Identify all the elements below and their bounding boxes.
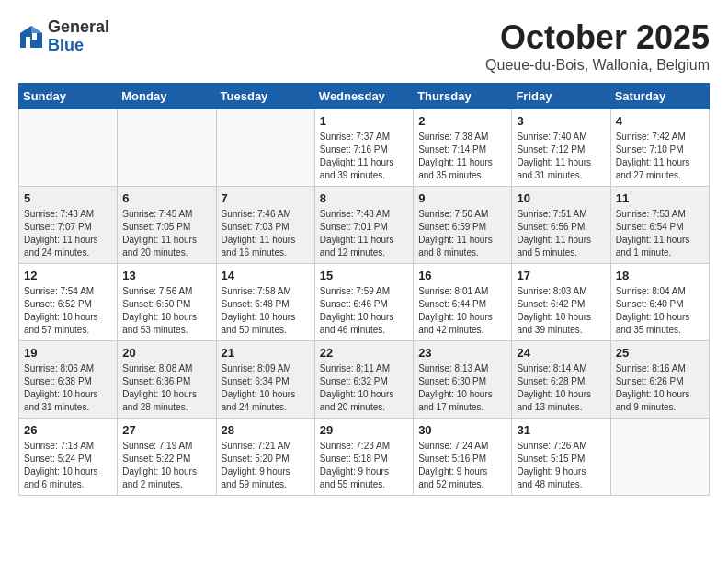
calendar-day-cell: 22Sunrise: 8:11 AM Sunset: 6:32 PM Dayli… [314, 341, 413, 419]
weekday-header: Monday [118, 84, 216, 109]
calendar-week-row: 19Sunrise: 8:06 AM Sunset: 6:38 PM Dayli… [19, 341, 710, 419]
day-info: Sunrise: 7:46 AM Sunset: 7:03 PM Dayligh… [222, 208, 310, 259]
calendar-day-cell [610, 419, 709, 496]
day-info: Sunrise: 8:08 AM Sunset: 6:36 PM Dayligh… [122, 362, 210, 414]
day-number: 22 [320, 346, 408, 360]
weekday-header: Wednesday [314, 84, 413, 109]
day-info: Sunrise: 7:19 AM Sunset: 5:22 PM Dayligh… [122, 440, 210, 491]
day-number: 19 [24, 346, 112, 360]
calendar-day-cell: 14Sunrise: 7:58 AM Sunset: 6:48 PM Dayli… [216, 264, 314, 341]
day-number: 31 [517, 423, 605, 437]
calendar-week-row: 26Sunrise: 7:18 AM Sunset: 5:24 PM Dayli… [19, 419, 710, 496]
calendar-day-cell: 16Sunrise: 8:01 AM Sunset: 6:44 PM Dayli… [414, 264, 512, 341]
weekday-header: Thursday [414, 84, 512, 109]
weekday-header: Saturday [610, 84, 709, 109]
calendar-day-cell: 2Sunrise: 7:38 AM Sunset: 7:14 PM Daylig… [414, 109, 512, 187]
day-number: 25 [616, 346, 704, 360]
location-title: Queue-du-Bois, Wallonia, Belgium [485, 57, 710, 74]
day-info: Sunrise: 7:24 AM Sunset: 5:16 PM Dayligh… [418, 440, 506, 491]
calendar-day-cell: 12Sunrise: 7:54 AM Sunset: 6:52 PM Dayli… [19, 264, 118, 341]
day-number: 13 [122, 269, 210, 282]
day-info: Sunrise: 8:04 AM Sunset: 6:40 PM Dayligh… [616, 285, 704, 337]
day-number: 5 [24, 191, 112, 205]
calendar-day-cell: 9Sunrise: 7:50 AM Sunset: 6:59 PM Daylig… [414, 187, 512, 264]
svg-marker-1 [31, 26, 42, 33]
day-number: 2 [418, 114, 506, 128]
calendar-day-cell: 4Sunrise: 7:42 AM Sunset: 7:10 PM Daylig… [610, 109, 709, 187]
day-info: Sunrise: 7:45 AM Sunset: 7:05 PM Dayligh… [122, 208, 210, 259]
calendar-header-row: SundayMondayTuesdayWednesdayThursdayFrid… [19, 84, 710, 109]
calendar-day-cell: 26Sunrise: 7:18 AM Sunset: 5:24 PM Dayli… [19, 419, 118, 496]
day-info: Sunrise: 8:14 AM Sunset: 6:28 PM Dayligh… [517, 362, 605, 414]
day-info: Sunrise: 7:21 AM Sunset: 5:20 PM Dayligh… [222, 440, 310, 491]
day-number: 9 [418, 191, 506, 205]
weekday-header: Tuesday [216, 84, 314, 109]
day-info: Sunrise: 7:38 AM Sunset: 7:14 PM Dayligh… [418, 131, 506, 182]
day-info: Sunrise: 7:26 AM Sunset: 5:15 PM Dayligh… [517, 440, 605, 491]
day-number: 1 [320, 114, 408, 128]
calendar-day-cell: 25Sunrise: 8:16 AM Sunset: 6:26 PM Dayli… [610, 341, 709, 419]
day-info: Sunrise: 7:51 AM Sunset: 6:56 PM Dayligh… [517, 208, 605, 259]
calendar-day-cell: 1Sunrise: 7:37 AM Sunset: 7:16 PM Daylig… [314, 109, 413, 187]
day-number: 8 [320, 191, 408, 205]
svg-rect-2 [26, 37, 30, 48]
day-number: 3 [517, 114, 605, 128]
calendar-day-cell: 20Sunrise: 8:08 AM Sunset: 6:36 PM Dayli… [118, 341, 216, 419]
calendar-day-cell: 11Sunrise: 7:53 AM Sunset: 6:54 PM Dayli… [610, 187, 709, 264]
day-number: 30 [418, 423, 506, 437]
day-number: 21 [222, 346, 310, 360]
logo-blue-text: Blue [48, 36, 84, 54]
day-info: Sunrise: 8:01 AM Sunset: 6:44 PM Dayligh… [418, 285, 506, 337]
logo-general-text: General [48, 17, 109, 36]
day-number: 18 [616, 269, 704, 282]
calendar-day-cell: 3Sunrise: 7:40 AM Sunset: 7:12 PM Daylig… [512, 109, 610, 187]
calendar-day-cell: 8Sunrise: 7:48 AM Sunset: 7:01 PM Daylig… [314, 187, 413, 264]
day-info: Sunrise: 7:43 AM Sunset: 7:07 PM Dayligh… [24, 208, 112, 259]
day-info: Sunrise: 8:03 AM Sunset: 6:42 PM Dayligh… [517, 285, 605, 337]
day-number: 16 [418, 269, 506, 282]
weekday-header: Sunday [19, 84, 118, 109]
day-info: Sunrise: 8:13 AM Sunset: 6:30 PM Dayligh… [418, 362, 506, 414]
calendar-day-cell: 29Sunrise: 7:23 AM Sunset: 5:18 PM Dayli… [314, 419, 413, 496]
day-info: Sunrise: 8:09 AM Sunset: 6:34 PM Dayligh… [222, 362, 310, 414]
day-number: 15 [320, 269, 408, 282]
weekday-header: Friday [512, 84, 610, 109]
calendar-day-cell: 31Sunrise: 7:26 AM Sunset: 5:15 PM Dayli… [512, 419, 610, 496]
day-info: Sunrise: 8:16 AM Sunset: 6:26 PM Dayligh… [616, 362, 704, 414]
day-info: Sunrise: 7:50 AM Sunset: 6:59 PM Dayligh… [418, 208, 506, 259]
day-number: 17 [517, 269, 605, 282]
page-header: General Blue October 2025 Queue-du-Bois,… [18, 18, 710, 74]
day-info: Sunrise: 7:42 AM Sunset: 7:10 PM Dayligh… [616, 131, 704, 182]
calendar-week-row: 5Sunrise: 7:43 AM Sunset: 7:07 PM Daylig… [19, 187, 710, 264]
calendar-day-cell: 6Sunrise: 7:45 AM Sunset: 7:05 PM Daylig… [118, 187, 216, 264]
calendar-day-cell: 13Sunrise: 7:56 AM Sunset: 6:50 PM Dayli… [118, 264, 216, 341]
day-number: 28 [222, 423, 310, 437]
calendar-day-cell [216, 109, 314, 187]
calendar-day-cell: 5Sunrise: 7:43 AM Sunset: 7:07 PM Daylig… [19, 187, 118, 264]
month-title: October 2025 [485, 18, 710, 57]
calendar-day-cell: 15Sunrise: 7:59 AM Sunset: 6:46 PM Dayli… [314, 264, 413, 341]
logo-icon [18, 24, 44, 50]
day-number: 6 [122, 191, 210, 205]
day-number: 23 [418, 346, 506, 360]
day-info: Sunrise: 7:58 AM Sunset: 6:48 PM Dayligh… [222, 285, 310, 337]
logo: General Blue [18, 18, 109, 55]
day-number: 12 [24, 269, 112, 282]
day-number: 14 [222, 269, 310, 282]
day-number: 27 [122, 423, 210, 437]
calendar-table: SundayMondayTuesdayWednesdayThursdayFrid… [18, 83, 710, 496]
day-number: 29 [320, 423, 408, 437]
calendar-day-cell: 28Sunrise: 7:21 AM Sunset: 5:20 PM Dayli… [216, 419, 314, 496]
day-number: 26 [24, 423, 112, 437]
calendar-day-cell: 19Sunrise: 8:06 AM Sunset: 6:38 PM Dayli… [19, 341, 118, 419]
calendar-day-cell [19, 109, 118, 187]
day-info: Sunrise: 7:18 AM Sunset: 5:24 PM Dayligh… [24, 440, 112, 491]
calendar-day-cell: 10Sunrise: 7:51 AM Sunset: 6:56 PM Dayli… [512, 187, 610, 264]
day-info: Sunrise: 7:23 AM Sunset: 5:18 PM Dayligh… [320, 440, 408, 491]
calendar-day-cell: 18Sunrise: 8:04 AM Sunset: 6:40 PM Dayli… [610, 264, 709, 341]
day-info: Sunrise: 7:54 AM Sunset: 6:52 PM Dayligh… [24, 285, 112, 337]
calendar-day-cell: 24Sunrise: 8:14 AM Sunset: 6:28 PM Dayli… [512, 341, 610, 419]
day-info: Sunrise: 8:11 AM Sunset: 6:32 PM Dayligh… [320, 362, 408, 414]
day-number: 20 [122, 346, 210, 360]
calendar-day-cell: 27Sunrise: 7:19 AM Sunset: 5:22 PM Dayli… [118, 419, 216, 496]
